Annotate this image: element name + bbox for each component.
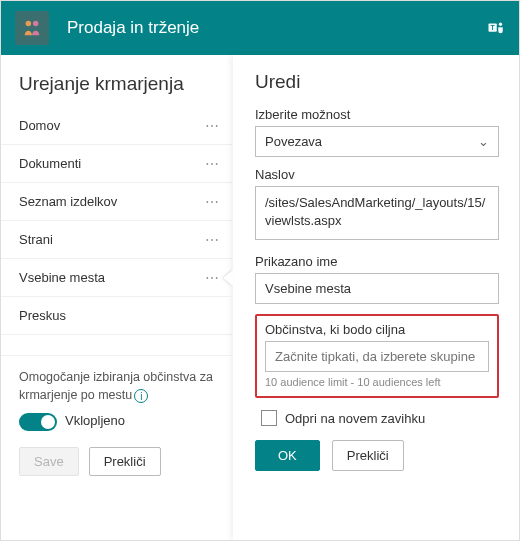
site-title: Prodaja in trženje [67,18,469,38]
nav-item-dokumenti[interactable]: Dokumenti⋯ [1,145,232,183]
selection-pointer-icon [223,270,233,286]
nav-item-label: Strani [19,232,53,247]
info-icon[interactable]: i [134,389,148,403]
nav-item-seznam-izdelkov[interactable]: Seznam izdelkov⋯ [1,183,232,221]
display-name-input[interactable] [255,273,499,304]
new-tab-label: Odpri na novem zavihku [285,411,425,426]
audience-label: Občinstva, ki bodo ciljna [265,322,489,337]
audience-toggle[interactable] [19,413,57,431]
more-icon[interactable]: ⋯ [205,156,220,172]
more-icon[interactable]: ⋯ [205,270,220,286]
nav-edit-buttons: Save Prekliči [1,441,232,490]
nav-item-label: Seznam izdelkov [19,194,117,209]
audience-toggle-state: Vklopljeno [65,412,125,431]
site-logo [15,11,49,45]
option-label: Izberite možnost [255,107,499,122]
svg-point-4 [499,23,502,26]
nav-edit-title: Urejanje krmarjenja [1,73,232,107]
nav-item-label: Vsebine mesta [19,270,105,285]
audience-target-section: Občinstva, ki bodo ciljna 10 audience li… [255,314,499,398]
handshake-icon [21,17,43,39]
svg-point-1 [33,21,38,27]
nav-list: Domov⋯ Dokumenti⋯ Seznam izdelkov⋯ Stran… [1,107,232,335]
audience-input[interactable] [265,341,489,372]
nav-item-label: Domov [19,118,60,133]
more-icon[interactable]: ⋯ [205,232,220,248]
nav-item-domov[interactable]: Domov⋯ [1,107,232,145]
audience-hint: 10 audience limit - 10 audiences left [265,376,489,388]
teams-icon[interactable]: T [487,19,505,37]
svg-point-0 [26,21,31,27]
site-header: Prodaja in trženje T [1,1,519,55]
address-label: Naslov [255,167,499,182]
address-input[interactable] [255,186,499,240]
nav-item-label: Dokumenti [19,156,81,171]
nav-item-strani[interactable]: Strani⋯ [1,221,232,259]
cancel-button[interactable]: Prekliči [332,440,404,471]
chevron-down-icon: ⌄ [478,134,489,149]
audience-toggle-section: Omogočanje izbiranja občinstva za krmarj… [1,355,232,441]
save-button: Save [19,447,79,476]
ok-button[interactable]: OK [255,440,320,471]
nav-edit-panel: Urejanje krmarjenja Domov⋯ Dokumenti⋯ Se… [1,55,233,540]
more-icon[interactable]: ⋯ [205,118,220,134]
audience-toggle-caption: Omogočanje izbiranja občinstva za krmarj… [19,370,213,402]
option-select[interactable]: Povezava ⌄ [255,126,499,157]
new-tab-checkbox[interactable] [261,410,277,426]
display-name-label: Prikazano ime [255,254,499,269]
more-icon[interactable]: ⋯ [205,194,220,210]
nav-item-label: Preskus [19,308,66,323]
cancel-button[interactable]: Prekliči [89,447,161,476]
nav-item-preskus[interactable]: Preskus [1,297,232,335]
nav-item-vsebine-mesta[interactable]: Vsebine mesta⋯ [1,259,232,297]
edit-panel-title: Uredi [255,71,499,93]
edit-panel-buttons: OK Prekliči [255,440,499,471]
option-select-value: Povezava [265,134,322,149]
edit-link-panel: Uredi Izberite možnost Povezava ⌄ Naslov… [233,55,519,540]
